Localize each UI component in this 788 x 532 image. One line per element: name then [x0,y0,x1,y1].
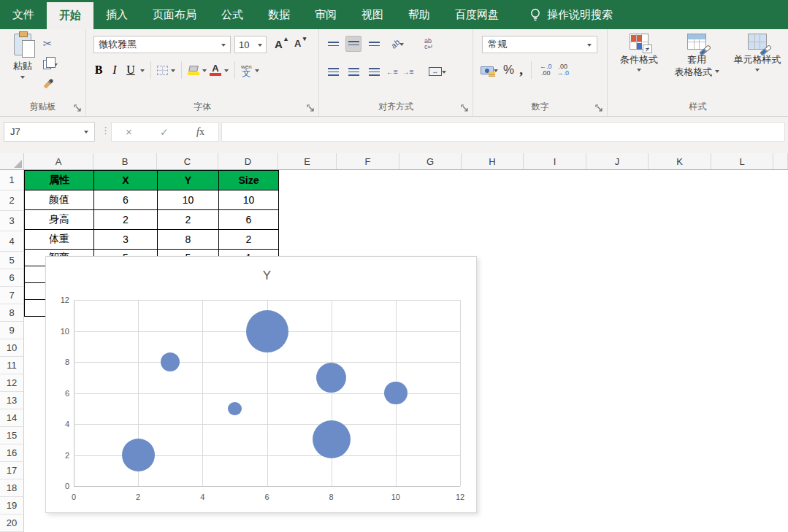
chevron-down-icon[interactable] [587,44,592,49]
tab-数据[interactable]: 数据 [256,0,302,29]
table-header-cell[interactable]: Size [219,171,279,190]
column-header-E[interactable]: E [278,153,337,169]
row-header-14[interactable]: 14 [0,409,24,427]
bubble[interactable] [122,439,155,471]
bubble[interactable] [384,382,408,405]
bubble[interactable] [316,363,346,393]
row-header-4[interactable]: 4 [0,231,24,252]
wrap-text-button[interactable]: abc↵ [424,38,433,50]
cell[interactable]: 身高 [25,210,94,230]
insert-function-icon[interactable]: fx [196,126,204,138]
row-header-11[interactable]: 11 [0,357,24,374]
chevron-down-icon[interactable] [224,69,229,74]
cell[interactable]: 8 [158,230,219,250]
chart-title[interactable]: Y [74,269,460,283]
cell[interactable]: 体重 [25,230,94,250]
name-box[interactable]: J7 [4,122,95,142]
align-center-button[interactable] [345,63,362,80]
row-header-17[interactable]: 17 [0,462,24,479]
row-header-10[interactable]: 10 [0,339,24,357]
paste-button[interactable]: 粘贴 [6,34,39,98]
tab-公式[interactable]: 公式 [209,0,256,29]
align-right-button[interactable] [366,63,382,80]
bold-button[interactable]: B [92,63,105,77]
chevron-down-icon[interactable] [202,69,207,74]
increase-decimal-button[interactable]: ←.0 .00 [540,63,552,77]
increase-indent-button[interactable]: →≡ [402,68,414,76]
row-header-16[interactable]: 16 [0,444,24,462]
shrink-font-button[interactable]: A▾ [294,38,301,49]
align-middle-button[interactable] [345,36,362,52]
cell[interactable]: 3 [94,230,158,250]
accounting-format-button[interactable] [481,66,498,74]
italic-button[interactable]: I [108,63,121,77]
column-header-J[interactable]: J [586,153,649,169]
orientation-button[interactable]: ab [386,39,408,48]
column-header-G[interactable]: G [399,153,462,169]
formula-bar-handle[interactable]: ⋮ [101,125,110,136]
dialog-launcher-icon[interactable] [595,104,603,112]
tab-视图[interactable]: 视图 [349,0,396,29]
cell[interactable]: 10 [158,190,219,210]
cell[interactable]: 2 [219,230,279,250]
enter-icon[interactable]: ✓ [160,126,169,138]
decrease-indent-button[interactable]: ←≡ [386,68,398,76]
row-header-20[interactable]: 20 [0,514,24,532]
font-name-select[interactable]: 微软雅黑 [93,36,231,53]
column-header-L[interactable]: L [711,153,773,169]
row-header-2[interactable]: 2 [0,190,24,211]
column-header-B[interactable]: B [93,153,157,169]
formula-input[interactable] [221,122,785,142]
dialog-launcher-icon[interactable] [74,104,82,112]
tab-文件[interactable]: 文件 [0,0,47,29]
worksheet[interactable]: ABCDEFGHIJKL 123456789101112131415161718… [0,153,788,532]
row-header-7[interactable]: 7 [0,287,24,304]
bubble[interactable] [228,402,241,415]
font-color-button[interactable]: A [210,65,221,76]
bubble-chart[interactable]: Y 024681012024681012 [45,256,477,513]
conditional-formatting-button[interactable]: ≠ 条件格式 [613,34,665,101]
percent-style-button[interactable]: % [503,63,514,77]
cell[interactable]: 6 [94,190,158,210]
row-header-18[interactable]: 18 [0,479,24,497]
tab-页面布局[interactable]: 页面布局 [140,0,209,29]
select-all-button[interactable] [0,153,24,169]
cell[interactable]: 10 [219,190,279,210]
align-left-button[interactable] [325,63,341,80]
dialog-launcher-icon[interactable] [461,104,469,112]
row-header-1[interactable]: 1 [0,170,24,190]
cut-button[interactable]: ✂ [41,35,76,53]
row-header-8[interactable]: 8 [0,304,24,322]
align-top-button[interactable] [325,36,341,52]
tab-帮助[interactable]: 帮助 [396,0,443,29]
row-header-13[interactable]: 13 [0,392,24,409]
copy-button[interactable] [41,55,76,73]
align-bottom-button[interactable] [366,36,382,52]
column-header-K[interactable]: K [649,153,711,169]
tell-me-search[interactable]: 操作说明搜索 [530,0,613,29]
grow-font-button[interactable]: A▴ [275,38,283,50]
row-header-3[interactable]: 3 [0,211,24,231]
bubble[interactable] [161,352,180,371]
number-format-select[interactable]: 常规 [482,36,597,53]
row-header-15[interactable]: 15 [0,427,24,444]
column-header-C[interactable]: C [157,153,218,169]
column-header-D[interactable]: D [218,153,278,169]
chevron-down-icon[interactable] [140,69,145,74]
tab-百度网盘[interactable]: 百度网盘 [443,0,511,29]
underline-button[interactable]: U [124,63,137,77]
row-header-6[interactable]: 6 [0,269,24,287]
tab-插入[interactable]: 插入 [93,0,140,29]
table-header-cell[interactable]: 属性 [25,171,94,190]
cell-styles-button[interactable]: 单元格样式 [729,34,786,101]
row-header-12[interactable]: 12 [0,374,24,392]
column-header-I[interactable]: I [524,153,586,169]
cell[interactable]: 6 [219,210,279,230]
tab-审阅[interactable]: 审阅 [302,0,349,29]
row-header-19[interactable]: 19 [0,497,24,514]
merge-center-button[interactable]: ↔ [429,67,446,76]
dialog-launcher-icon[interactable] [307,104,315,112]
table-header-cell[interactable]: Y [158,171,219,190]
phonetic-guide-button[interactable]: wén 文 [241,64,252,76]
comma-style-button[interactable]: , [519,66,523,74]
